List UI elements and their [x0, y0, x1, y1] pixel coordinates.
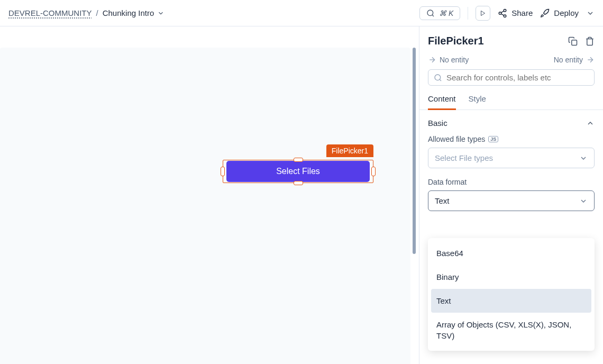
canvas-frame — [0, 48, 410, 364]
resize-handle-left[interactable] — [221, 167, 225, 176]
chevron-up-icon — [586, 119, 595, 128]
page-title: Chunking Intro — [103, 8, 154, 17]
scrollbar[interactable] — [413, 48, 416, 254]
rocket-icon — [540, 8, 550, 18]
copy-icon[interactable] — [568, 37, 578, 46]
allowed-file-types-select[interactable]: Select File types — [428, 148, 595, 168]
data-format-label: Data format — [428, 178, 467, 186]
arrow-right-icon — [586, 56, 595, 64]
panel-search[interactable] — [428, 69, 595, 86]
dropdown-option-text[interactable]: Text — [431, 289, 591, 313]
svg-point-0 — [427, 10, 433, 16]
svg-marker-2 — [481, 11, 485, 15]
header-actions: ⌘ K Share Deploy — [419, 6, 595, 21]
resize-handle-right[interactable] — [371, 167, 376, 176]
share-icon — [498, 8, 507, 18]
svg-line-6 — [501, 14, 504, 15]
svg-line-1 — [432, 15, 434, 16]
search-icon — [434, 74, 442, 82]
prev-entity-link[interactable]: No entity — [428, 56, 469, 64]
svg-line-7 — [501, 11, 504, 12]
filepicker-widget[interactable]: FilePicker1 Select Files — [223, 160, 373, 183]
deploy-button[interactable]: Deploy — [540, 8, 579, 18]
section-basic-label: Basic — [428, 119, 447, 128]
svg-point-3 — [504, 9, 507, 12]
tab-style[interactable]: Style — [469, 94, 486, 110]
chevron-down-icon[interactable] — [586, 9, 595, 17]
trash-icon[interactable] — [585, 37, 595, 46]
dropdown-option-array[interactable]: Array of Objects (CSV, XLS(X), JSON, TSV… — [431, 313, 591, 348]
workspace-link[interactable]: DEVREL-COMMUNITY — [8, 8, 92, 17]
svg-line-12 — [440, 79, 441, 81]
divider — [468, 7, 468, 20]
properties-panel: FilePicker1 No entity No entity Content … — [419, 26, 603, 364]
select-files-button[interactable]: Select Files — [226, 161, 370, 182]
deploy-label: Deploy — [554, 8, 579, 17]
allowed-file-types-value: Select File types — [435, 153, 493, 162]
widget-tag[interactable]: FilePicker1 — [326, 144, 373, 157]
data-format-dropdown: Base64 Binary Text Array of Objects (CSV… — [428, 238, 595, 351]
search-icon — [426, 9, 435, 17]
resize-handle-top[interactable] — [294, 158, 303, 162]
search-shortcut-label: ⌘ K — [439, 9, 453, 17]
resize-handle-bottom[interactable] — [294, 181, 303, 185]
share-button[interactable]: Share — [498, 8, 533, 18]
chevron-down-icon — [157, 10, 165, 17]
chevron-down-icon — [579, 197, 588, 205]
dropdown-option-binary[interactable]: Binary — [431, 265, 591, 289]
svg-point-5 — [504, 15, 507, 17]
arrow-right-icon — [428, 56, 436, 64]
panel-title[interactable]: FilePicker1 — [428, 35, 484, 47]
allowed-file-types-label: Allowed file types — [428, 135, 485, 143]
svg-rect-8 — [572, 40, 577, 45]
share-label: Share — [511, 8, 533, 17]
run-button[interactable] — [476, 6, 490, 21]
section-basic[interactable]: Basic — [428, 119, 595, 128]
header-bar: DEVREL-COMMUNITY / Chunking Intro ⌘ K Sh… — [0, 0, 603, 26]
prev-entity-label: No entity — [440, 56, 469, 64]
data-format-value: Text — [435, 196, 450, 205]
next-entity-link[interactable]: No entity — [554, 56, 595, 64]
dropdown-option-base64[interactable]: Base64 — [431, 241, 591, 265]
js-badge[interactable]: JS — [488, 136, 498, 142]
canvas[interactable]: FilePicker1 Select Files — [0, 26, 419, 364]
next-entity-label: No entity — [554, 56, 583, 64]
play-icon — [480, 10, 486, 16]
breadcrumb-separator: / — [96, 8, 98, 17]
panel-search-input[interactable] — [446, 73, 589, 82]
svg-point-4 — [499, 12, 502, 14]
data-format-select[interactable]: Text — [428, 190, 595, 211]
svg-point-11 — [435, 75, 441, 80]
page-title-dropdown[interactable]: Chunking Intro — [103, 8, 165, 17]
breadcrumb: DEVREL-COMMUNITY / Chunking Intro — [8, 8, 165, 17]
chevron-down-icon — [579, 154, 588, 162]
search-button[interactable]: ⌘ K — [419, 6, 460, 20]
tab-content[interactable]: Content — [428, 94, 456, 110]
